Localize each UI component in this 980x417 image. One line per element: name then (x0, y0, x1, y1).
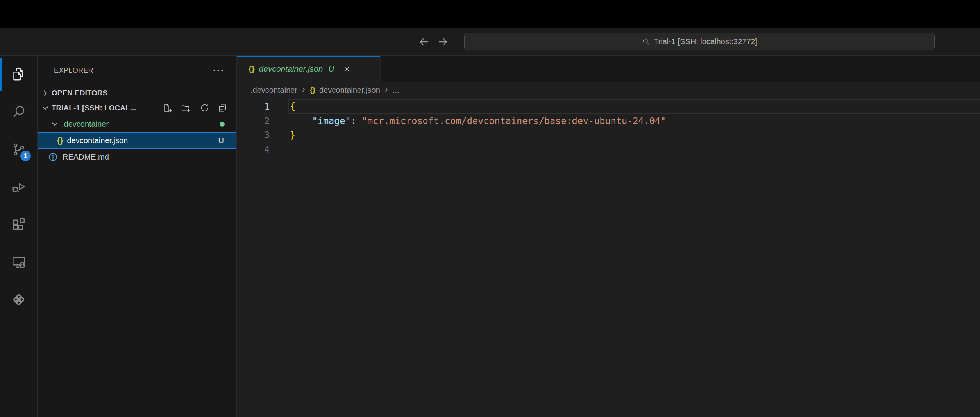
file-label: devcontainer.json (67, 136, 128, 145)
run-debug-icon (11, 179, 27, 195)
active-indicator (0, 58, 2, 91)
new-file-icon[interactable] (162, 103, 173, 113)
remote-explorer-icon (11, 254, 27, 270)
history-nav (417, 28, 449, 55)
folder-label: .devcontainer (62, 120, 109, 129)
json-file-icon: {} (57, 136, 63, 145)
code-line[interactable]: 2 "image": "mcr.microsoft.com/devcontain… (237, 114, 980, 128)
code-line[interactable]: 4 (237, 142, 980, 157)
code-editor[interactable]: 1 { 2 "image": "mcr.microsoft.com/devcon… (237, 98, 980, 417)
activitybar-item-remote-desktop[interactable] (0, 281, 37, 318)
workspace-label: TRIAL-1 [SSH: LOCAL... (52, 104, 136, 112)
tree-item-devcontainer-folder[interactable]: .devcontainer (38, 116, 236, 132)
search-icon (642, 37, 650, 46)
activity-bar: 1 (0, 56, 38, 417)
breadcrumb-symbol[interactable]: ... (393, 86, 399, 95)
arrow-left-icon (417, 36, 430, 48)
tree-indent-guide (54, 133, 54, 148)
section-workspace[interactable]: TRIAL-1 [SSH: LOCAL... (38, 100, 236, 116)
tab-label: devcontainer.json (259, 64, 323, 74)
line-number[interactable]: 2 (237, 116, 270, 126)
titlebar: Trial-1 [SSH: localhost:32772] (0, 28, 980, 56)
extensions-icon (11, 217, 27, 232)
scm-pending-badge: 1 (20, 151, 31, 161)
explorer-toolbar (162, 103, 236, 113)
editor-group: {} devcontainer.json U .devcontainer › {… (237, 56, 980, 417)
tab-devcontainer-json[interactable]: {} devcontainer.json U (237, 56, 381, 82)
forward-button[interactable] (437, 36, 449, 48)
activitybar-item-source-control[interactable]: 1 (0, 131, 37, 168)
section-label: OPEN EDITORS (52, 89, 107, 97)
chevron-right-icon (41, 89, 49, 97)
activitybar-item-explorer[interactable] (0, 56, 37, 93)
breadcrumb-file[interactable]: devcontainer.json (319, 86, 380, 95)
search-icon (11, 104, 27, 120)
line-number[interactable]: 1 (237, 101, 270, 111)
section-open-editors[interactable]: OPEN EDITORS (38, 86, 236, 100)
refresh-icon[interactable] (199, 103, 209, 113)
tab-bar: {} devcontainer.json U (237, 56, 980, 82)
activitybar-item-extensions[interactable] (0, 206, 37, 243)
activitybar-item-remote-explorer[interactable] (0, 243, 37, 281)
window-title: Trial-1 [SSH: localhost:32772] (654, 37, 757, 46)
explorer-sidebar: EXPLORER ··· OPEN EDITORS TRIAL-1 [SSH: … (38, 56, 237, 417)
code-line[interactable]: 3 } (237, 128, 980, 142)
tab-git-badge: U (328, 65, 334, 74)
tree-item-readme[interactable]: README.md (38, 149, 236, 165)
vscode-window: Trial-1 [SSH: localhost:32772] (0, 0, 980, 417)
breadcrumb-folder[interactable]: .devcontainer (250, 86, 297, 95)
chevron-separator-icon: › (301, 85, 306, 95)
macos-menubar-strip (0, 0, 980, 28)
activitybar-item-run-debug[interactable] (0, 168, 37, 206)
active-tab-border (237, 56, 380, 57)
line-number[interactable]: 3 (237, 130, 270, 140)
more-actions-icon[interactable]: ··· (213, 68, 225, 72)
sidebar-title: EXPLORER (54, 67, 93, 75)
chevron-separator-icon: › (384, 85, 389, 95)
chevron-down-icon (51, 120, 59, 128)
breadcrumbs: .devcontainer › {} devcontainer.json › .… (237, 82, 980, 98)
file-label: README.md (63, 153, 109, 162)
files-icon (11, 67, 27, 82)
collapse-all-icon[interactable] (217, 103, 228, 113)
new-folder-icon[interactable] (181, 103, 191, 113)
tree-item-devcontainer-json[interactable]: {} devcontainer.json U (38, 132, 236, 149)
command-center-search[interactable]: Trial-1 [SSH: localhost:32772] (464, 33, 935, 50)
json-file-icon: {} (310, 86, 315, 94)
chevron-down-icon (41, 104, 49, 112)
line-number[interactable]: 4 (237, 144, 270, 155)
sidebar-title-row: EXPLORER ··· (38, 61, 236, 80)
json-file-icon: {} (249, 65, 255, 74)
activitybar-item-search[interactable] (0, 93, 37, 131)
back-button[interactable] (417, 36, 430, 48)
diamond-grid-icon (11, 292, 27, 307)
arrow-right-icon (437, 36, 449, 48)
git-modified-dot (220, 122, 225, 127)
readme-info-icon (48, 152, 58, 162)
code-line[interactable]: 1 { (237, 99, 980, 114)
git-untracked-badge: U (218, 136, 224, 145)
close-icon[interactable] (342, 65, 351, 74)
